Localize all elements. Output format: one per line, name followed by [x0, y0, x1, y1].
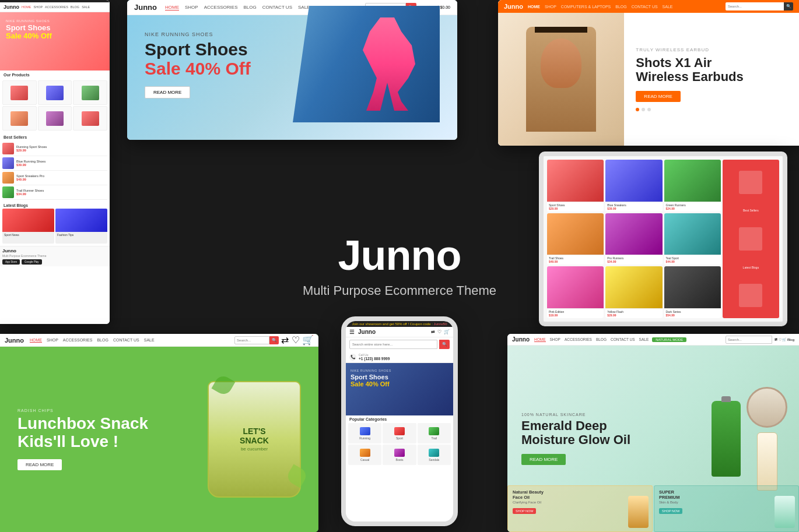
listing-row: Sport Sneakers Pro $49.99 — [2, 171, 107, 185]
listing-row: Trail Runner Shoes $34.99 — [2, 185, 107, 200]
nav-bottom-right: Junno HOME SHOP ACCESSORIES BLOG CONTACT… — [507, 334, 799, 346]
top-right-card: Junno HOME SHOP COMPUTERS & LAPTOPS BLOG… — [498, 0, 799, 146]
nav-top-right: Junno HOME SHOP COMPUTERS & LAPTOPS BLOG… — [498, 0, 799, 13]
footer-buttons: App Store Google Play — [2, 259, 107, 265]
brand-name: Junno — [303, 234, 496, 276]
tablet-cell-3: Green Runners $24.99 — [664, 160, 721, 212]
search-button-center-phone[interactable]: 🔍 — [439, 340, 450, 349]
skincare-bottom-card-1: Natural BeautyFace Oil Clarifying Face O… — [507, 485, 653, 532]
food-product-image: LET'S SNACK be cucumber — [208, 381, 301, 498]
bottom-right-card: Junno HOME SHOP ACCESSORIES BLOG CONTACT… — [507, 334, 799, 532]
food-text-content: RADISH CHIPS Lunchbox SnackKids'll Love … — [17, 408, 148, 470]
skincare-text-content: 100% NATURAL SKINCARE Emerald Deep Moist… — [521, 413, 785, 465]
blog-grid: Sport News Fashion Tips — [0, 209, 110, 246]
category-item: Casual — [348, 445, 381, 465]
tablet-cell-4: Trail Shoes $49.99 — [547, 213, 604, 265]
category-item: Boots — [383, 445, 416, 465]
top-left-card: Junno HOME SHOP ACCESSORIES BLOG SALE NI… — [0, 0, 110, 324]
nav-bottom-left: Junno HOME SHOP ACCESSORIES BLOG CONTACT… — [0, 334, 318, 347]
nav-links-left: HOME SHOP ACCESSORIES BLOG SALE — [22, 5, 90, 9]
hero-center-content: NIKE RUNNING SHOES Sport Shoes Sale 40% … — [127, 15, 457, 115]
tablet-cell-2: Blue Sneakers $39.99 — [605, 160, 662, 212]
cart-icon: 🛒 — [444, 329, 450, 334]
tablet-cell-5: Pro Runners $34.99 — [605, 213, 662, 265]
natural-mode-btn[interactable]: NATURAL MODE — [652, 337, 686, 342]
product-item — [38, 106, 72, 131]
dot-3 — [647, 108, 651, 111]
search-input-right[interactable] — [726, 2, 784, 10]
tablet-product-grid: Sport Shoes $29.99 Blue Sneakers $39.99 … — [544, 156, 783, 322]
products-grid-left — [0, 78, 110, 133]
category-grid-phone: Running Sport Trail Casual Boots Sandals — [346, 423, 453, 465]
skincare-bottom-row: Natural BeautyFace Oil Clarifying Face O… — [507, 485, 799, 532]
nav-icons-center: ⇄ ♡ 🛒 — [431, 329, 450, 334]
bottom-left-card: Junno HOME SHOP ACCESSORIES BLOG CONTACT… — [0, 334, 318, 532]
nav-items-right: HOME SHOP COMPUTERS & LAPTOPS BLOG CONTA… — [528, 5, 673, 9]
read-more-button-skincare[interactable]: READ MORE — [521, 454, 566, 465]
hamburger-icon: ☰ — [349, 329, 355, 335]
shop-now-btn-1[interactable]: SHOP NOW — [513, 508, 536, 514]
hero-center-phone: NIKE RUNNING SHOES Sport Shoes Sale 40% … — [346, 363, 453, 415]
nav-items-food: HOME SHOP ACCESSORIES BLOG CONTACT US SA… — [30, 338, 155, 343]
earbuds-hero-content: TRULY WIRELESS EARBUD Shots X1 Air Wirel… — [498, 13, 799, 146]
skincare-bottom-card-2: SUPERPREMIUM Skin & Body SHOP NOW — [654, 485, 799, 532]
product-item — [73, 80, 107, 105]
category-item: Trail — [418, 423, 451, 443]
dot-2 — [642, 108, 645, 111]
heart-icon: ♡ — [437, 329, 441, 334]
listing-row: Running Sport Shoes $29.99 — [2, 142, 107, 156]
category-item: Running — [348, 423, 381, 443]
phone-row: 📞 Call Us: +1 (123) 888 9999 — [346, 351, 453, 363]
search-button-right[interactable]: 🔍 — [784, 2, 793, 10]
listing-img — [2, 186, 14, 198]
tablet-cell-6: Teal Sport $44.99 — [664, 213, 721, 265]
center-text: Junno Multi Purpose Ecommerce Theme — [303, 234, 496, 298]
top-center-card: Junno HOME SHOP ACCESSORIES BLOG CONTACT… — [127, 0, 457, 140]
nav-top-left: Junno HOME SHOP ACCESSORIES BLOG SALE — [0, 2, 110, 12]
announce-center: Join our showroom and get 50% off ! Coup… — [346, 321, 453, 327]
product-item — [2, 106, 37, 131]
nav-bottom-center: ☰ Junno ⇄ ♡ 🛒 — [346, 327, 453, 337]
category-item: Sport — [383, 423, 416, 443]
search-input-skincare[interactable] — [726, 336, 772, 344]
tablet-card: Sport Shoes $29.99 Blue Sneakers $39.99 … — [539, 152, 787, 326]
listing-row: Blue Running Shoes $39.99 — [2, 156, 107, 171]
dot-1 — [636, 108, 639, 111]
tablet-cell-7: Pink Edition $19.99 — [547, 266, 604, 318]
phone-icon: 📞 — [349, 354, 356, 361]
shuffle-icon: ⇄ — [431, 329, 435, 334]
hero-left: NIKE RUNNING SHOES Sport ShoesSale 40% O… — [0, 12, 110, 71]
skincare-hero-bg: 100% NATURAL SKINCARE Emerald Deep Moist… — [507, 346, 799, 532]
listing-img — [2, 172, 14, 184]
nav-items-skincare: HOME SHOP ACCESSORIES BLOG CONTACT US SA… — [534, 337, 649, 342]
search-input-food[interactable] — [234, 336, 269, 344]
footer-left: Junno Multi Purpose Ecommerce Theme App … — [0, 246, 110, 266]
search-row-center: 🔍 — [346, 337, 453, 351]
read-more-button-right[interactable]: READ MORE — [636, 91, 680, 102]
read-more-button-center[interactable]: READ MORE — [145, 86, 190, 98]
nav-right-food: 🔍 ⇄ ♡ 🛒 — [234, 334, 314, 346]
tablet-cell-9: Dark Series $54.99 — [664, 266, 721, 318]
carousel-dots — [636, 108, 787, 111]
listing-img — [2, 157, 14, 169]
blog-item: Sport News — [2, 209, 54, 244]
product-item — [73, 106, 107, 131]
blog-item: Fashion Tips — [55, 209, 107, 244]
product-item — [2, 80, 37, 105]
tablet-cell-8: Yellow Flash $29.99 — [605, 266, 662, 318]
category-item: Sandals — [418, 445, 451, 465]
search-input-center-phone[interactable] — [349, 340, 437, 349]
search-button-food[interactable]: 🔍 — [269, 336, 279, 344]
read-more-button-food[interactable]: READ MORE — [17, 459, 62, 470]
listings-area: Running Sport Shoes $29.99 Blue Running … — [0, 140, 110, 201]
product-item — [38, 80, 72, 105]
food-hero-bg: RADISH CHIPS Lunchbox SnackKids'll Love … — [0, 347, 318, 532]
nav-right-skincare: ⇄ ♡ 🛒 Blog — [726, 336, 794, 344]
bottom-center-card: Join our showroom and get 50% off ! Coup… — [341, 316, 458, 526]
tablet-right-col: Best Sellers Latest Blogs — [723, 160, 779, 318]
listing-img — [2, 143, 14, 154]
tablet-cell-1: Sport Shoes $29.99 — [547, 160, 604, 212]
earbuds-text-content: TRULY WIRELESS EARBUD Shots X1 Air Wirel… — [624, 13, 799, 146]
earbuds-model-image — [498, 13, 624, 146]
shop-now-btn-2[interactable]: SHOP NOW — [659, 508, 682, 514]
